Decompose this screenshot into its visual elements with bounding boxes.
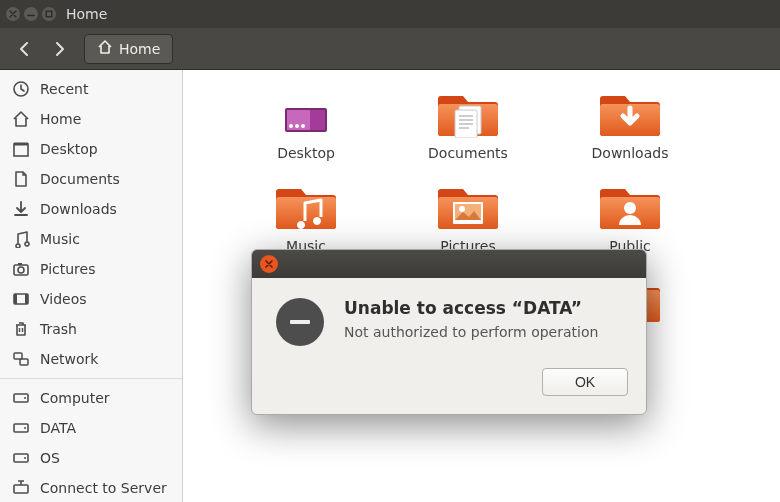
document-icon (12, 170, 30, 188)
dialog-message: Not authorized to perform operation (344, 324, 598, 340)
sidebar-item-connect-to-server[interactable]: Connect to Server (0, 473, 182, 502)
folder-item-pictures[interactable]: Pictures (387, 177, 549, 254)
sidebar-item-label: Desktop (40, 141, 98, 157)
toolbar: Home (0, 28, 780, 70)
sidebar-item-data[interactable]: DATA (0, 413, 182, 443)
folder-icon (437, 84, 499, 141)
sidebar-item-music[interactable]: Music (0, 224, 182, 254)
sidebar-item-documents[interactable]: Documents (0, 164, 182, 194)
download-icon (12, 200, 30, 218)
no-entry-icon (276, 298, 324, 346)
sidebar-places: RecentHomeDesktopDocumentsDownloadsMusic… (0, 74, 182, 374)
back-button[interactable] (8, 34, 42, 64)
folder-item-desktop[interactable]: Desktop (225, 84, 387, 161)
folder-icon (275, 84, 337, 141)
folder-label: Desktop (277, 145, 335, 161)
window-close-button[interactable] (6, 7, 20, 21)
network-icon (12, 350, 30, 368)
home-icon (12, 110, 30, 128)
folder-item-music[interactable]: Music (225, 177, 387, 254)
sidebar-item-os[interactable]: OS (0, 443, 182, 473)
sidebar-item-label: Music (40, 231, 80, 247)
drive-icon (12, 419, 30, 437)
svg-point-12 (624, 202, 636, 214)
folder-icon (599, 84, 661, 141)
sidebar-item-label: Network (40, 351, 98, 367)
folder-item-downloads[interactable]: Downloads (549, 84, 711, 161)
folder-icon (599, 177, 661, 234)
error-dialog: Unable to access “DATA” Not authorized t… (251, 249, 647, 415)
svg-point-4 (289, 124, 293, 128)
breadcrumb-label: Home (119, 41, 160, 57)
svg-point-11 (459, 206, 465, 212)
music-icon (12, 230, 30, 248)
dialog-titlebar (252, 250, 646, 278)
svg-point-6 (301, 124, 305, 128)
titlebar: Home (0, 0, 780, 28)
sidebar-item-label: Pictures (40, 261, 95, 277)
sidebar-item-label: Connect to Server (40, 480, 167, 496)
drive-icon (12, 449, 30, 467)
sidebar-item-videos[interactable]: Videos (0, 284, 182, 314)
dialog-close-button[interactable] (260, 255, 278, 273)
sidebar-item-label: Downloads (40, 201, 117, 217)
sidebar-item-label: Recent (40, 81, 88, 97)
sidebar-item-pictures[interactable]: Pictures (0, 254, 182, 284)
sidebar: RecentHomeDesktopDocumentsDownloadsMusic… (0, 70, 183, 502)
sidebar-item-computer[interactable]: Computer (0, 383, 182, 413)
folder-label: Downloads (592, 145, 669, 161)
sidebar-item-network[interactable]: Network (0, 344, 182, 374)
window-maximize-button[interactable] (42, 7, 56, 21)
sidebar-item-label: Computer (40, 390, 110, 406)
sidebar-item-desktop[interactable]: Desktop (0, 134, 182, 164)
forward-button[interactable] (42, 34, 76, 64)
svg-rect-0 (46, 11, 52, 17)
trash-icon (12, 320, 30, 338)
connect-icon (12, 479, 30, 497)
desktop-icon (12, 140, 30, 158)
sidebar-item-recent[interactable]: Recent (0, 74, 182, 104)
nav-buttons (8, 34, 76, 64)
sidebar-item-downloads[interactable]: Downloads (0, 194, 182, 224)
camera-icon (12, 260, 30, 278)
folder-item-documents[interactable]: Documents (387, 84, 549, 161)
sidebar-separator (0, 378, 182, 379)
window-title: Home (66, 6, 774, 22)
clock-icon (12, 80, 30, 98)
sidebar-devices: ComputerDATAOSConnect to Server (0, 383, 182, 502)
sidebar-item-label: Videos (40, 291, 87, 307)
window-controls (6, 7, 56, 21)
drive-icon (12, 389, 30, 407)
folder-icon (437, 177, 499, 234)
svg-point-5 (295, 124, 299, 128)
sidebar-item-home[interactable]: Home (0, 104, 182, 134)
svg-rect-18 (290, 320, 310, 324)
dialog-title: Unable to access “DATA” (344, 298, 598, 318)
dialog-ok-button[interactable]: OK (542, 368, 628, 396)
sidebar-item-label: DATA (40, 420, 76, 436)
video-icon (12, 290, 30, 308)
breadcrumb-home-button[interactable]: Home (84, 34, 173, 64)
folder-item-public[interactable]: Public (549, 177, 711, 254)
sidebar-item-label: OS (40, 450, 60, 466)
home-icon (97, 39, 113, 58)
sidebar-item-label: Documents (40, 171, 120, 187)
folder-icon (275, 177, 337, 234)
window-minimize-button[interactable] (24, 7, 38, 21)
sidebar-item-trash[interactable]: Trash (0, 314, 182, 344)
sidebar-item-label: Home (40, 111, 81, 127)
sidebar-item-label: Trash (40, 321, 77, 337)
folder-label: Documents (428, 145, 508, 161)
